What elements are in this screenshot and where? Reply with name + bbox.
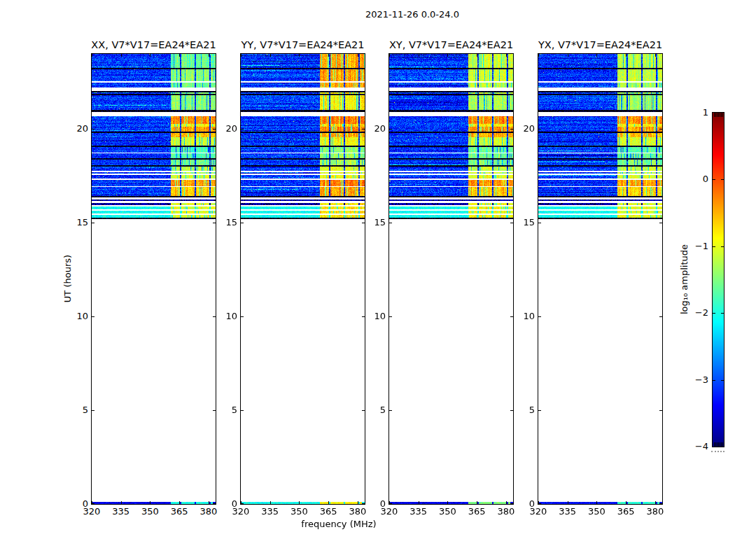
y-tick-label: 15 — [505, 217, 535, 228]
colorbar-label: log₁₀ amplitude — [679, 230, 690, 328]
x-tick-label: 365 — [164, 506, 194, 517]
x-tick-label: 320 — [226, 506, 255, 517]
y-tick-label: 15 — [356, 217, 386, 228]
y-tick-label: 20 — [356, 123, 386, 134]
spectrogram-canvas-yy — [241, 54, 365, 504]
x-tick-label: 365 — [462, 506, 491, 517]
x-tick-label: 335 — [106, 506, 136, 517]
y-tick-label: 5 — [356, 405, 386, 416]
x-tick-label: 320 — [77, 506, 106, 517]
y-tick-label: 20 — [505, 123, 535, 134]
y-tick-label: 15 — [208, 217, 237, 228]
panel-xy — [388, 53, 514, 505]
y-tick-label: 10 — [356, 311, 386, 322]
panel-yy — [240, 53, 365, 505]
x-tick-label: 335 — [404, 506, 433, 517]
colorbar-tick-label: 0 — [679, 174, 708, 185]
panel-yx — [538, 53, 663, 505]
panel-xx — [91, 53, 216, 505]
figure-title: 2021-11-26 0.0-24.0 — [272, 9, 552, 20]
y-tick-label: 20 — [59, 123, 88, 134]
x-tick-label: 365 — [611, 506, 640, 517]
y-tick-label: 15 — [59, 217, 88, 228]
y-axis-label: UT (hours) — [62, 237, 74, 321]
y-tick-label: 5 — [505, 405, 535, 416]
y-tick-label: 20 — [208, 123, 237, 134]
colorbar-gradient — [713, 113, 724, 447]
x-tick-label: 320 — [374, 506, 404, 517]
y-tick-label: 10 — [208, 311, 237, 322]
y-tick-label: 5 — [59, 405, 88, 416]
colorbar-tick-label: 1 — [679, 107, 708, 118]
x-tick-label: 365 — [314, 506, 343, 517]
y-tick-label: 5 — [208, 405, 237, 416]
x-tick-label: 380 — [640, 506, 670, 517]
x-tick-label: 350 — [433, 506, 462, 517]
spectrogram-canvas-xx — [92, 54, 216, 504]
colorbar-tick-label: −4 — [679, 441, 708, 452]
x-axis-label: frequency (MHz) — [269, 519, 409, 529]
x-tick-label: 335 — [553, 506, 582, 517]
x-tick-label: 350 — [582, 506, 611, 517]
y-tick-label: 10 — [505, 311, 535, 322]
x-tick-label: 350 — [284, 506, 314, 517]
x-tick-label: 350 — [135, 506, 164, 517]
colorbar — [712, 112, 724, 447]
x-tick-label: 320 — [524, 506, 553, 517]
spectrogram-canvas-yx — [538, 54, 662, 504]
colorbar-extend-dots — [711, 451, 724, 452]
spectrogram-figure: 2021-11-26 0.0-24.0 XX, V7*V17=EA24*EA21… — [0, 0, 735, 560]
panel-title-yx: YX, V7*V17=EA24*EA21 — [503, 39, 699, 50]
x-tick-label: 335 — [255, 506, 285, 517]
colorbar-tick-label: −3 — [679, 374, 708, 386]
spectrogram-canvas-xy — [389, 54, 513, 504]
